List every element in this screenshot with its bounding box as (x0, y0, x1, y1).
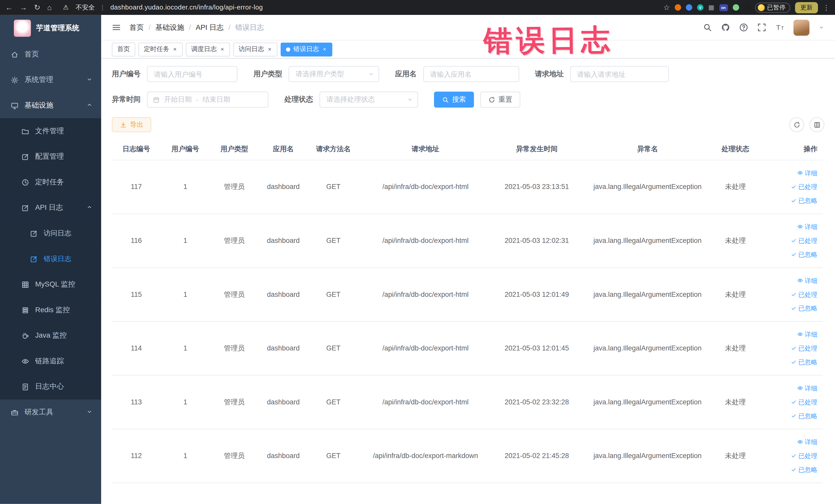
extension-orange-icon[interactable] (675, 4, 681, 11)
sidebar-item-7[interactable]: 访问日志 (0, 221, 101, 246)
browser-menu-icon[interactable]: ⋮ (823, 3, 830, 11)
refresh-table-button[interactable] (789, 117, 804, 132)
user-type-select[interactable]: 请选择用户类型 (288, 66, 379, 82)
action-detail-link[interactable]: 详细 (759, 166, 817, 180)
action-ignored-link[interactable]: 已忽略 (759, 194, 817, 207)
tab-2[interactable]: 调度日志 (186, 42, 230, 56)
cell-url: /api/infra/db-doc/export-markdown (359, 429, 492, 483)
app-name-input[interactable] (423, 66, 519, 82)
sidebar-item-9[interactable]: MySQL 监控 (0, 271, 101, 297)
avatar[interactable] (793, 20, 809, 36)
sidebar-item-12[interactable]: 链路追踪 (0, 348, 101, 374)
action-label: 已忽略 (798, 355, 817, 369)
menu-fold-icon[interactable] (112, 23, 121, 32)
close-icon[interactable] (220, 47, 225, 52)
home-browser-icon[interactable]: ⌂ (47, 3, 52, 12)
extension-dark-icon[interactable] (744, 4, 750, 11)
cell-user-id: 1 (161, 267, 210, 321)
breadcrumb: 首页/基础设施/API 日志/错误日志 (129, 23, 264, 32)
extension-green-icon[interactable] (733, 4, 739, 11)
tab-3[interactable]: 访问日志 (233, 42, 278, 56)
extensions-puzzle-icon[interactable]: ▦ (709, 4, 715, 11)
action-processed-link[interactable]: 已处理 (759, 395, 817, 409)
back-icon[interactable]: ← (5, 3, 13, 12)
sidebar-item-13[interactable]: 日志中心 (0, 374, 101, 400)
sidebar-item-8[interactable]: 错误日志 (0, 246, 101, 271)
forward-icon[interactable]: → (20, 3, 27, 12)
paused-badge[interactable]: 已暂停 (755, 2, 790, 12)
date-range-picker[interactable]: 开始日期 - 结束日期 (147, 92, 268, 107)
sidebar-item-6[interactable]: API 日志 (0, 195, 101, 221)
action-ignored-link[interactable]: 已忽略 (759, 463, 817, 477)
search-icon[interactable] (703, 23, 712, 32)
extension-blue-icon[interactable] (686, 4, 692, 11)
font-size-icon[interactable]: TT (775, 23, 785, 32)
breadcrumb-item[interactable]: 基础设施 (155, 23, 184, 32)
search-button[interactable]: 搜索 (434, 92, 474, 107)
action-processed-link[interactable]: 已处理 (759, 449, 817, 463)
sidebar-item-0[interactable]: 首页 (0, 42, 101, 67)
action-ignored-link[interactable]: 已忽略 (759, 301, 817, 315)
action-detail-link[interactable]: 详细 (759, 327, 817, 341)
url-text[interactable]: dashboard.yudao.iocoder.cn/infra/log/api… (110, 4, 263, 11)
toolbar-right (789, 117, 824, 132)
tab-1[interactable]: 定时任务 (138, 42, 183, 56)
extension-v-icon[interactable]: V (697, 4, 704, 11)
logo[interactable]: 芋道管理系统 (0, 15, 101, 42)
action-processed-link[interactable]: 已处理 (759, 341, 817, 355)
action-ignored-link[interactable]: 已忽略 (759, 247, 817, 261)
sidebar-item-5[interactable]: 定时任务 (0, 169, 101, 195)
warning-icon: ⚠ (63, 4, 68, 11)
cell-exception: java.lang.IllegalArgumentException (582, 160, 714, 214)
cell-actions: 详细已处理已忽略 (757, 267, 823, 321)
process-status-select[interactable]: 请选择处理状态 (320, 92, 418, 107)
column-settings-button[interactable] (809, 117, 824, 132)
fullscreen-icon[interactable] (757, 23, 766, 32)
reset-button[interactable]: 重置 (480, 92, 520, 107)
action-processed-link[interactable]: 已处理 (759, 234, 817, 247)
reload-icon[interactable]: ↻ (34, 3, 40, 12)
sidebar-item-14[interactable]: 研发工具 (0, 400, 101, 425)
filter-app-name: 应用名 (395, 66, 519, 82)
filter-request-url: 请求地址 (535, 66, 669, 82)
action-ignored-link[interactable]: 已忽略 (759, 355, 817, 369)
action-label: 已处理 (798, 180, 817, 194)
extension-on-icon[interactable]: on (719, 4, 728, 11)
breadcrumb-item[interactable]: 首页 (129, 23, 144, 32)
github-icon[interactable] (721, 23, 730, 32)
close-icon[interactable] (172, 47, 177, 52)
cell-actions: 详细已处理已忽略 (757, 429, 823, 483)
refresh-icon (488, 96, 495, 103)
filter-process-status: 处理状态 请选择处理状态 (284, 92, 418, 107)
action-processed-link[interactable]: 已处理 (759, 287, 817, 301)
export-button[interactable]: 导出 (112, 117, 151, 132)
tab-0[interactable]: 首页 (112, 42, 135, 56)
tab-4[interactable]: 错误日志 (281, 42, 332, 56)
action-detail-link[interactable]: 详细 (759, 435, 817, 449)
action-detail-link[interactable]: 详细 (759, 274, 817, 287)
request-url-input[interactable] (570, 66, 669, 82)
sidebar-item-4[interactable]: 配置管理 (0, 144, 101, 169)
action-label: 已忽略 (798, 463, 817, 477)
check-icon (791, 413, 797, 419)
breadcrumb-item[interactable]: API 日志 (196, 23, 224, 32)
sidebar-item-1[interactable]: 系统管理 (0, 67, 101, 93)
update-button[interactable]: 更新 (795, 2, 818, 13)
sidebar-item-10[interactable]: Redis 监控 (0, 297, 101, 323)
sidebar-item-11[interactable]: Java 监控 (0, 323, 101, 348)
sidebar-item-2[interactable]: 基础设施 (0, 93, 101, 118)
help-icon[interactable] (739, 23, 748, 32)
user-id-input[interactable] (147, 66, 238, 82)
close-icon[interactable] (322, 47, 327, 52)
security-label[interactable]: 不安全 (76, 3, 95, 12)
action-processed-link[interactable]: 已处理 (759, 180, 817, 194)
content: 用户编号 用户类型 请选择用户类型 应用名 (101, 59, 835, 483)
action-detail-link[interactable]: 详细 (759, 220, 817, 234)
bookmark-star-icon[interactable]: ☆ (663, 3, 670, 12)
sidebar-item-3[interactable]: 文件管理 (0, 118, 101, 144)
chevron-down-icon[interactable] (819, 24, 824, 30)
action-detail-link[interactable]: 详细 (759, 381, 817, 395)
close-icon[interactable] (267, 47, 272, 52)
action-ignored-link[interactable]: 已忽略 (759, 409, 817, 423)
eye-icon (797, 439, 803, 445)
